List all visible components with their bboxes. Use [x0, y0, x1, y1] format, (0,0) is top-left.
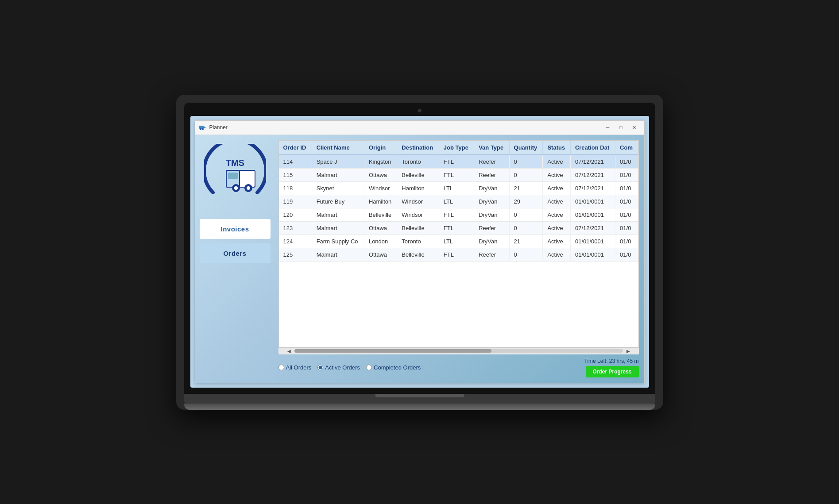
cell-creation-date: 01/01/0001 [570, 235, 615, 248]
cell-client-name: Skynet [312, 181, 364, 195]
table-row[interactable]: 118SkynetWindsorHamiltonLTLDryVan21Activ… [279, 181, 638, 195]
cell-creation-date: 07/12/2021 [570, 155, 615, 169]
cell-job-type: LTL [439, 181, 474, 195]
table-row[interactable]: 125MalmartOttawaBellevilleFTLReefer0Acti… [279, 248, 638, 261]
cell-destination: Toronto [397, 155, 439, 169]
cell-client-name: Malmart [312, 208, 364, 221]
table-row[interactable]: 119Future BuyHamiltonWindsorLTLDryVan29A… [279, 195, 638, 208]
laptop-screen: Planner ─ □ ✕ [190, 116, 649, 388]
cell-van-type: DryVan [474, 195, 509, 208]
camera [418, 109, 421, 112]
svg-rect-6 [228, 173, 238, 179]
cell-destination: Belleville [397, 168, 439, 181]
cell-van-type: Reefer [474, 248, 509, 261]
cell-com: 01/0 [615, 155, 638, 169]
cell-van-type: Reefer [474, 155, 509, 169]
radio-active-orders[interactable] [317, 365, 323, 370]
cell-quantity: 0 [509, 168, 543, 181]
cell-com: 01/0 [615, 181, 638, 195]
app-window: Planner ─ □ ✕ [195, 120, 645, 383]
order-progress-button[interactable]: Order Progress [586, 366, 639, 377]
radio-completed-orders[interactable] [366, 365, 372, 370]
cell-origin: Kingston [364, 155, 397, 169]
cell-com: 01/0 [615, 208, 638, 221]
laptop-stand [184, 404, 655, 410]
scroll-left-arrow[interactable]: ◀ [286, 347, 293, 354]
svg-point-3 [202, 128, 204, 130]
app-icon [199, 123, 207, 131]
table-row[interactable]: 124Farm Supply CoLondonTorontoLTLDryVan2… [279, 235, 638, 248]
cell-origin: Windsor [364, 181, 397, 195]
cell-status: Active [543, 208, 571, 221]
cell-destination: Belleville [397, 248, 439, 261]
cell-job-type: FTL [439, 155, 474, 169]
scrollbar-thumb[interactable] [294, 349, 491, 353]
orders-button[interactable]: Orders [200, 243, 271, 263]
title-bar: Planner ─ □ ✕ [195, 121, 644, 135]
window-controls: ─ □ ✕ [602, 123, 641, 132]
col-van-type: Van Type [474, 141, 509, 155]
cell-origin: London [364, 235, 397, 248]
cell-van-type: DryVan [474, 181, 509, 195]
laptop-outer: Planner ─ □ ✕ [176, 95, 663, 410]
cell-creation-date: 01/01/0001 [570, 248, 615, 261]
table-row[interactable]: 114Space JKingstonTorontoFTLReefer0Activ… [279, 155, 638, 169]
status-area: Time Left: 23 hrs, 45 m Order Progress [584, 358, 639, 377]
cell-job-type: LTL [439, 195, 474, 208]
cell-order-id: 123 [279, 221, 312, 235]
radio-all-orders[interactable] [278, 365, 284, 370]
col-origin: Origin [364, 141, 397, 155]
col-job-type: Job Type [439, 141, 474, 155]
cell-van-type: DryVan [474, 235, 509, 248]
sidebar: TMS Invoices Orders [195, 135, 275, 383]
cell-creation-date: 07/12/2021 [570, 168, 615, 181]
filter-all-orders[interactable]: All Orders [278, 364, 312, 371]
cell-order-id: 120 [279, 208, 312, 221]
filter-completed-orders[interactable]: Completed Orders [366, 364, 421, 371]
col-client-name: Client Name [312, 141, 364, 155]
cell-van-type: Reefer [474, 221, 509, 235]
cell-order-id: 118 [279, 181, 312, 195]
minimize-button[interactable]: ─ [602, 123, 614, 132]
table-row[interactable]: 115MalmartOttawaBellevilleFTLReefer0Acti… [279, 168, 638, 181]
cell-status: Active [543, 248, 571, 261]
col-order-id: Order ID [279, 141, 312, 155]
cell-job-type: LTL [439, 235, 474, 248]
cell-origin: Ottawa [364, 221, 397, 235]
svg-marker-1 [204, 126, 206, 129]
table-row[interactable]: 123MalmartOttawaBellevilleFTLReefer0Acti… [279, 221, 638, 235]
cell-status: Active [543, 168, 571, 181]
svg-text:TMS: TMS [225, 158, 244, 168]
horizontal-scrollbar[interactable]: ◀ ▶ [278, 347, 639, 354]
cell-destination: Toronto [397, 235, 439, 248]
cell-client-name: Malmart [312, 248, 364, 261]
cell-origin: Belleville [364, 208, 397, 221]
scrollbar-track[interactable] [294, 349, 623, 353]
cell-job-type: FTL [439, 221, 474, 235]
nav-buttons: Invoices Orders [200, 219, 271, 263]
filter-active-orders[interactable]: Active Orders [317, 364, 360, 371]
orders-table-container: Order ID Client Name Origin Destination … [278, 140, 639, 347]
close-button[interactable]: ✕ [628, 123, 641, 132]
invoices-button[interactable]: Invoices [200, 219, 271, 239]
cell-origin: Hamilton [364, 195, 397, 208]
cell-creation-date: 01/01/0001 [570, 195, 615, 208]
cell-quantity: 29 [509, 195, 543, 208]
table-row[interactable]: 120MalmartBellevilleWindsorFTLDryVan0Act… [279, 208, 638, 221]
cell-job-type: FTL [439, 208, 474, 221]
cell-order-id: 119 [279, 195, 312, 208]
cell-order-id: 115 [279, 168, 312, 181]
cell-quantity: 0 [509, 155, 543, 169]
screen-bezel: Planner ─ □ ✕ [184, 103, 655, 394]
cell-creation-date: 01/01/0001 [570, 208, 615, 221]
cell-creation-date: 07/12/2021 [570, 221, 615, 235]
laptop-base [184, 394, 655, 404]
scroll-right-arrow[interactable]: ▶ [625, 347, 632, 354]
cell-destination: Belleville [397, 221, 439, 235]
cell-order-id: 125 [279, 248, 312, 261]
tms-logo: TMS [204, 144, 266, 206]
cell-status: Active [543, 155, 571, 169]
maximize-button[interactable]: □ [615, 123, 627, 132]
app-title: Planner [209, 124, 602, 131]
filter-completed-orders-label: Completed Orders [374, 364, 421, 371]
